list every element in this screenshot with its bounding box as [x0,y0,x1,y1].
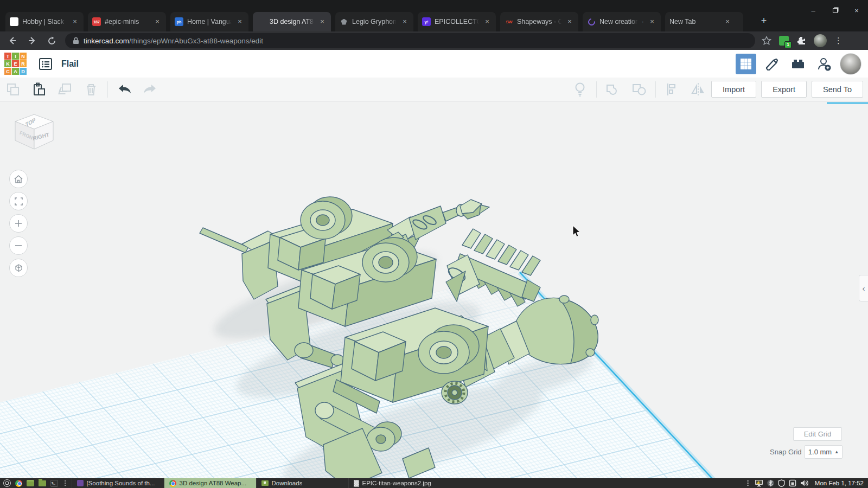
mirror-icon[interactable] [691,82,706,97]
show-all-icon[interactable] [572,82,588,97]
mouse-cursor [572,225,581,238]
tab-close-icon[interactable]: × [318,17,327,26]
tinkercad-account-avatar[interactable] [840,53,861,75]
tab-close-icon[interactable]: × [565,17,574,26]
tab-title: #epic-minis [105,18,149,25]
tinkercad-header: TINKERCAD Flail [0,50,868,78]
new-tab-button[interactable]: + [757,15,770,28]
chrome-task-icon [169,480,176,487]
browser-menu-icon[interactable]: ⋮ [834,36,843,46]
redo-icon[interactable] [143,82,158,97]
tray-separator [747,480,749,486]
export-button[interactable]: Export [761,81,807,98]
terminal-launcher-icon[interactable]: $_ [50,480,58,487]
blocks-view-button[interactable] [736,54,756,74]
delete-icon[interactable] [84,82,99,97]
back-icon[interactable] [5,34,20,48]
chrome-launcher-icon[interactable] [15,480,22,487]
design-properties-icon[interactable] [39,57,53,71]
extensions-puzzle-icon[interactable] [796,36,806,46]
forward-icon[interactable] [25,34,39,48]
3d-viewport[interactable]: TOP FRONT RIGHT ‹ Edit Grid Snap Grid [0,101,868,478]
display-settings-icon[interactable] [755,479,763,487]
view-cube[interactable]: TOP FRONT RIGHT [10,111,59,161]
taskbar-separator [65,480,66,486]
tab-close-icon[interactable]: × [483,17,492,26]
tab-title: EPICOLLECTOR [435,18,479,25]
design-title[interactable]: Flail [61,59,79,69]
volume-icon[interactable] [800,479,809,487]
tinkercad-logo[interactable]: TINKERCAD [4,53,27,75]
tab-new-creation[interactable]: New creation · × [583,12,661,31]
tab-new-tab[interactable]: New Tab × [665,12,743,31]
tab-close-icon[interactable]: × [71,17,79,26]
send-to-button[interactable]: Send To [812,81,863,98]
snap-grid-select[interactable]: 1.0 mm ▲ [805,445,843,459]
legio-favicon [340,17,348,26]
paste-icon[interactable] [31,82,47,97]
edit-grid-button[interactable]: Edit Grid [793,427,842,441]
discord-favicon: 187 [92,17,101,26]
tab-epic-minis[interactable]: 187 #epic-minis × [88,12,166,31]
bluetooth-icon[interactable] [767,479,774,487]
snap-grid-label: Snap Grid [770,448,802,456]
home-view-button[interactable] [9,170,28,188]
share-invite-icon[interactable] [814,54,834,74]
perspective-toggle-button[interactable] [9,259,28,277]
group-icon[interactable] [605,82,621,97]
task-image-viewer[interactable]: EPIC-titan-weapons2.jpg [348,478,441,488]
mint-menu-icon[interactable] [3,479,11,487]
tab-epicollector[interactable]: y! EPICOLLECTOR × [418,12,496,31]
task-music-player[interactable]: [Soothing Sounds of th... [72,478,164,488]
window-restore-button[interactable] [828,3,842,17]
taskbar-clock[interactable]: Mon Feb 1, 17:52 [815,480,864,486]
reload-icon[interactable] [44,34,59,48]
task-downloads[interactable]: Downloads [256,478,348,488]
tab-close-icon[interactable]: × [153,17,162,26]
zoom-in-button[interactable] [9,214,28,233]
ungroup-icon[interactable] [631,82,647,97]
workplane-scene[interactable] [0,101,868,478]
align-icon[interactable] [665,82,680,97]
duplicate-icon[interactable] [58,82,73,97]
minecraft-export-icon[interactable] [762,54,782,74]
bookmark-star-icon[interactable] [762,36,771,46]
tab-title: Shapeways - Cr [517,18,561,25]
tab-title: New Tab [669,18,719,25]
tab-close-icon[interactable]: × [400,17,409,26]
window-close-button[interactable]: × [850,3,864,17]
tab-close-icon[interactable]: × [235,17,244,26]
tab-vanguard[interactable]: pb Home | Vangua × [170,12,248,31]
tab-title: Legio Gryphoni [352,18,397,25]
tab-tinkercad-active[interactable]: 3D design AT88 × [253,12,331,31]
tab-shapeways[interactable]: SW Shapeways - Cr × [500,12,578,31]
extension-icon[interactable]: 1 [779,36,789,46]
new-creation-favicon [587,17,596,26]
tinkercad-favicon [257,17,266,26]
brick-export-icon[interactable] [788,54,808,74]
tab-close-icon[interactable]: × [723,17,732,26]
zoom-out-button[interactable] [9,236,28,255]
undo-icon[interactable] [117,82,132,97]
browser-urlbar: tinkercad.com/things/epWnrAbuGx3-at88-we… [0,31,868,50]
software-manager-icon[interactable] [27,480,34,486]
shapes-panel-expand-button[interactable]: ‹ [859,275,868,301]
tab-close-icon[interactable]: × [648,17,656,26]
window-minimize-button[interactable]: – [806,3,820,17]
lock-icon [73,37,79,44]
copy-icon[interactable] [5,82,21,97]
files-launcher-icon[interactable] [39,480,46,486]
fit-view-button[interactable] [9,192,28,210]
firewall-shield-icon[interactable] [778,479,785,487]
music-app-icon [77,480,84,486]
tab-slack[interactable]: Hobby | Slack × [5,12,84,31]
import-button[interactable]: Import [711,81,756,98]
tab-legio[interactable]: Legio Gryphoni × [335,12,413,31]
browser-tabstrip: Hobby | Slack × 187 #epic-minis × pb Hom… [0,0,868,31]
browser-profile-avatar[interactable] [814,34,827,47]
task-chrome-tinkercad[interactable]: 3D design AT88 Weap... [164,478,256,488]
network-icon[interactable] [789,479,796,487]
image-file-icon [354,480,359,487]
os-taskbar: $_ [Soothing Sounds of th... 3D design A… [0,478,868,488]
url-input[interactable]: tinkercad.com/things/epWnrAbuGx3-at88-we… [65,33,755,48]
